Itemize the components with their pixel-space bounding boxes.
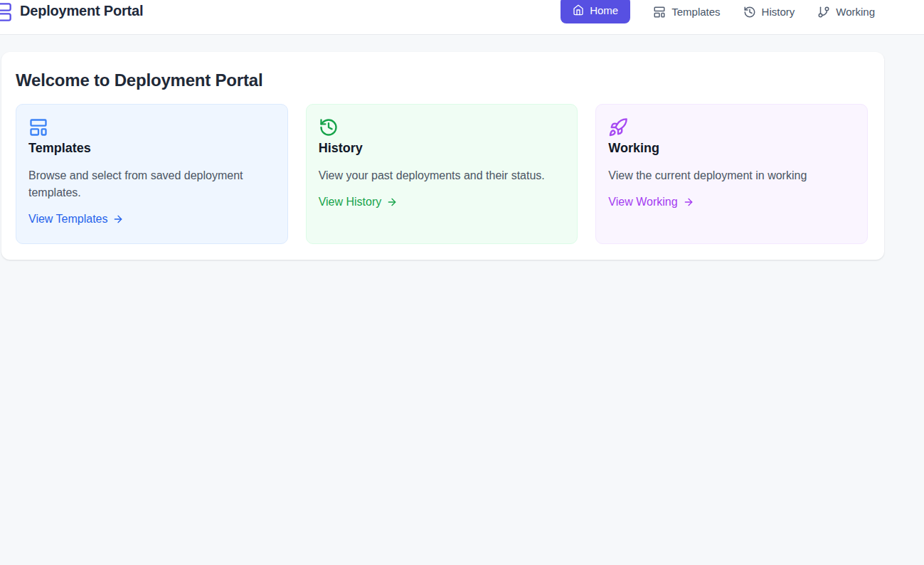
- main-nav: Home Templates History: [561, 0, 875, 23]
- nav-item-templates[interactable]: Templates: [653, 6, 720, 19]
- layout-template-icon: [653, 6, 666, 19]
- nav-item-home[interactable]: Home: [561, 0, 630, 23]
- layout-template-icon: [28, 117, 273, 137]
- arrow-right-icon: [112, 213, 124, 225]
- card-title: Templates: [28, 139, 273, 157]
- card-description: View your past deployments and their sta…: [319, 167, 553, 184]
- app-title: Deployment Portal: [20, 3, 143, 19]
- top-navigation-bar: Deployment Portal Home Templates: [0, 0, 924, 35]
- view-templates-link[interactable]: View Templates: [28, 213, 124, 226]
- templates-card: Templates Browse and select from saved d…: [16, 104, 288, 244]
- link-label: View Working: [608, 196, 677, 208]
- card-title: Working: [608, 139, 853, 157]
- working-card: Working View the current deployment in w…: [595, 104, 868, 244]
- arrow-right-icon: [683, 196, 694, 208]
- server-icon: [0, 2, 12, 22]
- history-card: History View your past deployments and t…: [306, 104, 578, 244]
- home-icon: [573, 4, 584, 16]
- history-icon: [319, 117, 563, 137]
- nav-item-working[interactable]: Working: [817, 6, 875, 19]
- history-icon: [743, 6, 756, 19]
- welcome-panel: Welcome to Deployment Portal Templates B…: [1, 52, 884, 260]
- arrow-right-icon: [386, 196, 398, 208]
- nav-label: History: [762, 6, 795, 18]
- link-label: View Templates: [28, 213, 107, 226]
- rocket-icon: [608, 117, 853, 137]
- card-description: Browse and select from saved deployment …: [28, 167, 263, 201]
- nav-label: Templates: [671, 6, 720, 18]
- card-title: History: [319, 139, 563, 157]
- git-branch-icon: [817, 6, 830, 19]
- view-history-link[interactable]: View History: [319, 196, 398, 208]
- card-description: View the current deployment in working: [608, 167, 843, 184]
- nav-label: Home: [590, 4, 618, 16]
- nav-item-history[interactable]: History: [743, 6, 795, 19]
- page-title: Welcome to Deployment Portal: [16, 70, 262, 90]
- view-working-link[interactable]: View Working: [608, 196, 694, 208]
- feature-cards: Templates Browse and select from saved d…: [16, 104, 868, 244]
- link-label: View History: [319, 196, 382, 208]
- nav-label: Working: [836, 6, 875, 18]
